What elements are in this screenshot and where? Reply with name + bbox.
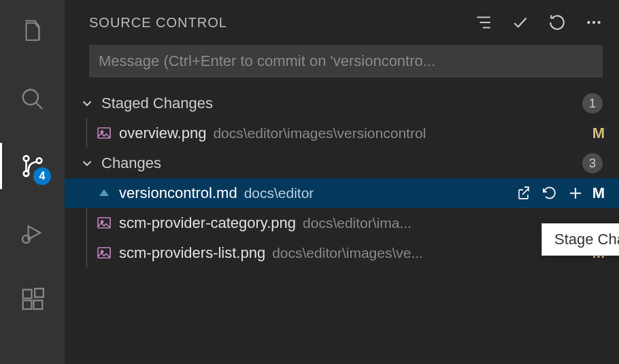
file-path: docs\editor\images\versioncontrol <box>213 125 584 142</box>
panel-header-actions <box>475 14 603 31</box>
panel-title: SOURCE CONTROL <box>89 15 475 31</box>
list-tree-icon <box>475 14 492 31</box>
section-title: Changes <box>101 154 575 172</box>
file-path: docs\editor\images\ve... <box>272 245 584 261</box>
svg-point-16 <box>597 21 600 24</box>
svg-point-3 <box>23 171 29 176</box>
svg-point-15 <box>592 21 595 24</box>
svg-rect-8 <box>22 301 31 310</box>
svg-line-1 <box>35 103 42 110</box>
tooltip: Stage Changes <box>541 223 619 256</box>
chevron-down-icon <box>80 96 95 111</box>
panel-header: SOURCE CONTROL <box>65 0 619 45</box>
section-staged-changes[interactable]: Staged Changes 1 <box>65 88 619 118</box>
markdown-file-icon <box>96 185 112 201</box>
file-row[interactable]: scm-providers-list.png docs\editor\image… <box>65 238 619 268</box>
chevron-down-icon <box>80 156 95 171</box>
commit-message-box[interactable] <box>89 45 603 78</box>
refresh-icon <box>548 14 566 31</box>
file-row[interactable]: versioncontrol.md docs\editor M <box>65 178 619 208</box>
refresh-button[interactable] <box>548 14 566 31</box>
debug-icon <box>20 220 46 246</box>
go-to-file-icon <box>516 185 532 201</box>
file-row[interactable]: overview.png docs\editor\images\versionc… <box>90 118 619 148</box>
svg-point-14 <box>587 21 590 24</box>
svg-point-0 <box>22 90 37 105</box>
file-name: versioncontrol.md <box>119 184 237 202</box>
file-row-actions <box>516 185 584 201</box>
source-control-panel: SOURCE CONTROL Staged Changes 1 <box>65 0 619 364</box>
svg-rect-9 <box>33 301 42 310</box>
section-count: 1 <box>582 93 603 114</box>
image-file-icon <box>96 125 112 142</box>
activity-search[interactable] <box>0 76 65 122</box>
svg-point-2 <box>23 156 29 161</box>
ellipsis-icon <box>585 14 603 31</box>
activity-explorer[interactable] <box>0 10 65 56</box>
commit-message-input[interactable] <box>99 52 593 70</box>
file-row[interactable]: scm-provider-category.png docs\editor\im… <box>65 208 619 238</box>
image-file-icon <box>96 245 112 261</box>
svg-rect-7 <box>22 290 31 299</box>
file-path: docs\editor <box>244 185 509 201</box>
status-modified: M <box>590 184 607 202</box>
staged-files: overview.png docs\editor\images\versionc… <box>90 118 619 148</box>
activity-extensions[interactable] <box>0 276 65 322</box>
section-title: Staged Changes <box>101 95 575 112</box>
section-changes[interactable]: Changes 3 <box>65 148 619 178</box>
activity-debug[interactable] <box>0 210 65 256</box>
files-icon <box>20 20 46 46</box>
section-count: 3 <box>582 153 603 173</box>
discard-changes-button[interactable] <box>541 185 558 201</box>
changes-files: versioncontrol.md docs\editor M scm-prov… <box>65 178 619 268</box>
view-as-tree-button[interactable] <box>475 14 492 31</box>
discard-icon <box>541 185 558 201</box>
open-file-button[interactable] <box>516 185 532 201</box>
stage-changes-button[interactable] <box>567 185 584 201</box>
search-icon <box>20 86 46 112</box>
file-name: scm-providers-list.png <box>119 244 265 262</box>
svg-rect-10 <box>35 288 44 297</box>
file-name: overview.png <box>119 125 206 142</box>
activity-source-control[interactable]: 4 <box>0 143 65 189</box>
scm-badge: 4 <box>33 167 51 185</box>
file-name: scm-provider-category.png <box>119 214 296 232</box>
more-actions-button[interactable] <box>585 14 603 31</box>
activity-bar: 4 <box>0 0 65 364</box>
svg-point-4 <box>36 158 41 163</box>
image-file-icon <box>96 215 112 231</box>
extensions-icon <box>20 286 46 312</box>
plus-icon <box>567 185 584 201</box>
check-icon <box>512 14 529 31</box>
status-modified: M <box>590 125 607 142</box>
commit-button[interactable] <box>512 14 529 31</box>
